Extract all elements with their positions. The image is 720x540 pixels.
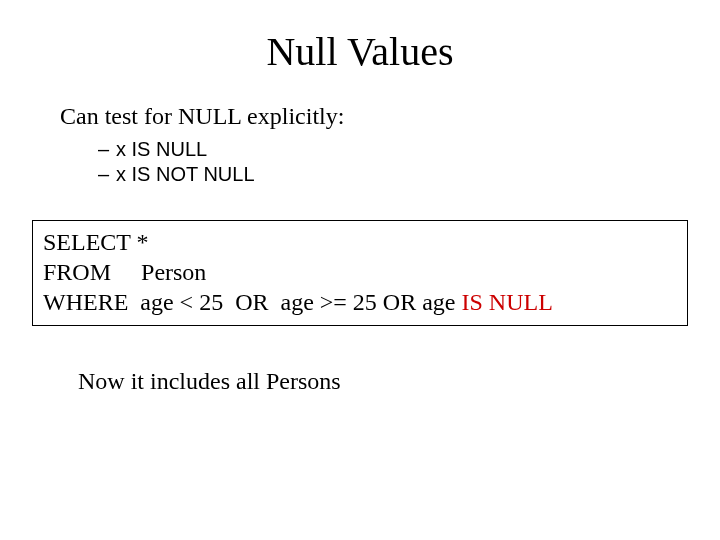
keyword-from: FROM [43, 259, 141, 285]
bullet-text: x IS NULL [116, 138, 207, 161]
slide: Null Values Can test for NULL explicitly… [0, 0, 720, 540]
select-rest: * [137, 229, 149, 255]
query-line-select: SELECT * [43, 227, 677, 257]
lead-text: Can test for NULL explicitly: [60, 103, 720, 130]
keyword-is-null: IS NULL [462, 289, 553, 315]
bullet-dash: – [98, 163, 116, 186]
query-line-from: FROM Person [43, 257, 677, 287]
page-title: Null Values [0, 0, 720, 85]
query-line-where: WHERE age < 25 OR age >= 25 OR age IS NU… [43, 287, 677, 317]
keyword-select: SELECT [43, 229, 137, 255]
sql-query-box: SELECT * FROM Person WHERE age < 25 OR a… [32, 220, 688, 326]
from-rest: Person [141, 259, 206, 285]
bullet-list: – x IS NULL – x IS NOT NULL [98, 138, 720, 186]
list-item: – x IS NOT NULL [98, 163, 720, 186]
bullet-text: x IS NOT NULL [116, 163, 255, 186]
bullet-dash: – [98, 138, 116, 161]
where-rest: age < 25 OR age >= 25 OR age [140, 289, 461, 315]
list-item: – x IS NULL [98, 138, 720, 161]
conclusion-text: Now it includes all Persons [78, 368, 720, 395]
keyword-where: WHERE [43, 289, 140, 315]
